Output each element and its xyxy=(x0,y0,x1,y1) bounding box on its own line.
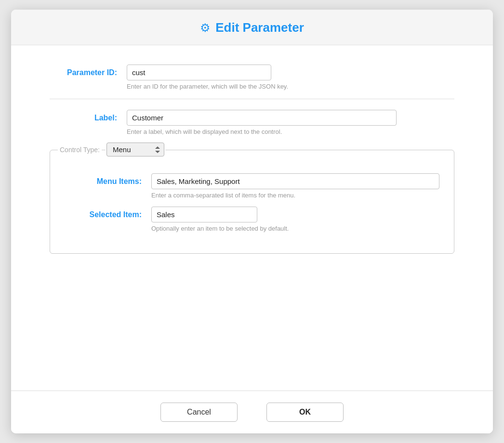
selected-item-row: Selected Item: Optionally enter an item … xyxy=(65,207,439,232)
label-input[interactable] xyxy=(127,110,397,126)
control-type-label: Control Type: xyxy=(58,146,102,154)
label-field-col: Enter a label, which will be displayed n… xyxy=(127,110,454,135)
parameter-id-row: Parameter ID: Enter an ID for the parame… xyxy=(50,65,454,90)
dialog-footer: Cancel OK xyxy=(11,391,493,433)
menu-items-label: Menu Items: xyxy=(65,173,151,186)
dialog-title: Edit Parameter xyxy=(215,20,304,35)
divider-1 xyxy=(50,99,454,99)
control-type-section: Control Type: Menu Text Checkbox Radio xyxy=(50,150,454,254)
selected-item-hint: Optionally enter an item to be selected … xyxy=(151,225,439,232)
label-hint: Enter a label, which will be displayed n… xyxy=(127,128,454,135)
control-type-section-wrapper: Control Type: Menu Text Checkbox Radio xyxy=(50,150,454,254)
selected-item-input[interactable] xyxy=(151,207,257,222)
selected-item-label: Selected Item: xyxy=(65,207,151,219)
parameter-id-field-col: Enter an ID for the parameter, which wil… xyxy=(127,65,454,90)
menu-items-field-col: Enter a comma-separated list of items fo… xyxy=(151,173,439,199)
dialog-header: ⚙ Edit Parameter xyxy=(11,10,493,45)
dialog-body: Parameter ID: Enter an ID for the parame… xyxy=(11,45,493,391)
inner-section-rows: Menu Items: Enter a comma-separated list… xyxy=(65,173,439,232)
cancel-button[interactable]: Cancel xyxy=(160,403,238,422)
ok-button[interactable]: OK xyxy=(266,403,344,422)
parameter-id-label: Parameter ID: xyxy=(50,65,127,77)
parameter-id-input[interactable] xyxy=(127,65,271,80)
parameter-id-hint: Enter an ID for the parameter, which wil… xyxy=(127,83,454,90)
selected-item-field-col: Optionally enter an item to be selected … xyxy=(151,207,439,232)
menu-items-hint: Enter a comma-separated list of items fo… xyxy=(151,192,439,199)
control-type-row: Control Type: Menu Text Checkbox Radio xyxy=(58,143,165,156)
label-row: Label: Enter a label, which will be disp… xyxy=(50,110,454,135)
menu-items-row: Menu Items: Enter a comma-separated list… xyxy=(65,173,439,199)
edit-parameter-dialog: ⚙ Edit Parameter Parameter ID: Enter an … xyxy=(11,10,493,433)
gear-icon: ⚙ xyxy=(200,21,211,35)
control-type-select[interactable]: Menu Text Checkbox Radio xyxy=(106,143,164,156)
label-field-label: Label: xyxy=(50,110,127,122)
control-type-select-wrap: Menu Text Checkbox Radio xyxy=(106,143,165,156)
menu-items-input[interactable] xyxy=(151,173,439,189)
